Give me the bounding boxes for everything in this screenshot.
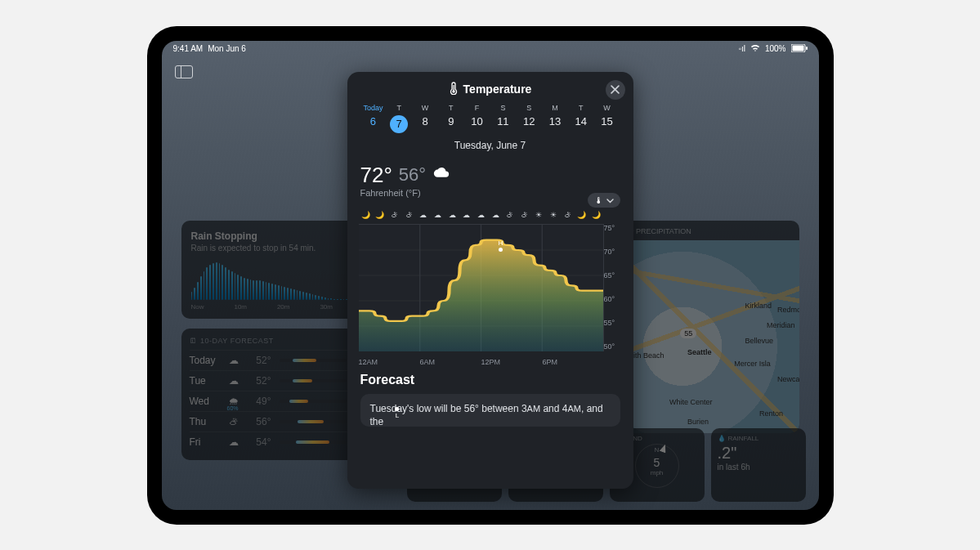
day-of-week: Today — [360, 104, 387, 112]
forecast-low: 56° — [248, 416, 271, 427]
weather-icon: ☁︎ — [227, 355, 240, 366]
temperature-detail-modal: Temperature Today6T7W8T9F10S11S12M13T14W… — [347, 72, 633, 489]
forecast-low: 52° — [248, 375, 271, 387]
droplet-icon: 💧 — [718, 435, 726, 442]
map-city-label: White Center — [669, 398, 713, 406]
map-city-label: Newcas — [777, 375, 799, 383]
day-number: 10 — [464, 115, 490, 127]
chart-high-marker: H — [499, 239, 503, 253]
forecast-day: Today — [190, 355, 219, 366]
chart-low-marker: L — [395, 406, 399, 419]
day-tab[interactable]: M13 — [542, 104, 568, 133]
day-number: 15 — [594, 115, 620, 127]
day-number: 11 — [490, 115, 516, 127]
ipad-device-frame: 9:41 AM Mon Jun 6 ◦ıl 100% Rain Stopping… — [147, 26, 834, 525]
map-city-label: Bellevue — [745, 337, 774, 345]
forecast-low: 52° — [248, 355, 271, 366]
map-city-label: Burien — [687, 418, 709, 426]
thermometer-icon — [449, 82, 459, 97]
day-of-week: W — [412, 104, 438, 112]
map-temp-badge: 55 — [680, 329, 696, 338]
day-of-week: T — [568, 104, 594, 112]
modal-title: Temperature — [463, 83, 532, 96]
day-of-week: T — [438, 104, 464, 112]
temp-range-bar — [280, 440, 347, 444]
map-city-label: Renton — [759, 409, 783, 418]
hourly-temp-chart[interactable]: 🌙🌙⛅︎⛅︎☁︎☁︎☁︎☁︎☁︎☁︎⛅︎⛅︎☀︎☀︎⛅︎🌙🌙 75°70°65°… — [359, 211, 622, 366]
day-number: 12 — [516, 115, 542, 127]
day-tab[interactable]: Today6 — [360, 104, 387, 133]
day-of-week: T — [386, 104, 412, 112]
chevron-down-icon — [606, 195, 614, 205]
map-header: ☂ PRECIPITATION — [620, 221, 799, 242]
chart-x-axis: 12AM6AM12PM6PM — [359, 358, 604, 366]
day-tab[interactable]: W8 — [412, 104, 438, 133]
day-tab[interactable]: S11 — [490, 104, 516, 133]
day-of-week: S — [516, 104, 542, 112]
rainfall-sub: in last 6h — [718, 463, 799, 472]
day-tab[interactable]: T9 — [438, 104, 464, 133]
cloud-icon — [432, 166, 450, 184]
rainfall-panel[interactable]: 💧RAINFALL .2" in last 6h — [711, 428, 806, 502]
temp-range-bar — [280, 400, 347, 403]
day-number: 7 — [390, 115, 408, 133]
day-number: 6 — [360, 115, 387, 127]
rainfall-value: .2" — [718, 444, 799, 463]
forecast-heading: Forecast — [360, 373, 620, 387]
map-city-label: ith Beach — [633, 351, 665, 360]
day-tab[interactable]: T14 — [568, 104, 594, 133]
weather-icon: ☁︎ — [227, 436, 240, 448]
selected-date: Tuesday, June 7 — [347, 140, 633, 151]
svg-marker-3 — [659, 443, 668, 453]
day-tab[interactable]: F10 — [464, 104, 490, 133]
map-city-label: Kirkland — [745, 302, 772, 310]
day-number: 9 — [438, 115, 464, 127]
forecast-day: Fri — [190, 436, 219, 448]
forecast-day: Thu — [190, 416, 219, 427]
map-header-text: PRECIPITATION — [636, 227, 691, 235]
map-image[interactable]: SeattleBellevueKirklandRedmoMercer IslaR… — [620, 240, 799, 433]
hourly-condition-icons: 🌙🌙⛅︎⛅︎☁︎☁︎☁︎☁︎☁︎☁︎⛅︎⛅︎☀︎☀︎⛅︎🌙🌙 — [359, 211, 604, 219]
map-city-label: Mercer Isla — [734, 360, 771, 368]
weather-icon: ☁︎ — [227, 375, 240, 387]
forecast-low: 54° — [248, 436, 271, 448]
forecast-day: Tue — [190, 375, 219, 387]
compass: N 5 mph — [635, 444, 679, 488]
precipitation-map-panel[interactable]: ☂ PRECIPITATION SeattleBellevueKirklandR… — [620, 221, 799, 433]
chart-y-axis: 75°70°65°60°55°50° — [604, 224, 622, 351]
thermometer-small-icon: 🌡 — [594, 195, 603, 205]
high-temp: 72° — [360, 163, 392, 188]
map-city-label: Redmo — [777, 306, 799, 314]
forecast-low: 49° — [248, 396, 271, 407]
day-number: 8 — [412, 115, 438, 127]
day-of-week: M — [542, 104, 568, 112]
day-of-week: S — [490, 104, 516, 112]
map-city-label: Seattle — [687, 348, 712, 356]
map-city-label: Meridian — [767, 321, 795, 329]
close-button[interactable] — [606, 80, 625, 100]
weather-icon: ⛅︎ — [227, 416, 240, 427]
screen: 9:41 AM Mon Jun 6 ◦ıl 100% Rain Stopping… — [162, 41, 819, 510]
calendar-icon: 🗓 — [190, 337, 198, 345]
temp-range-bar — [280, 359, 347, 362]
forecast-day: Wed — [190, 396, 219, 407]
modal-header: Temperature — [347, 72, 633, 104]
day-of-week: W — [594, 104, 620, 112]
weather-icon: 🌧60% — [227, 396, 240, 407]
unit-selector[interactable]: 🌡 — [588, 193, 620, 208]
day-tab[interactable]: S12 — [516, 104, 542, 133]
day-selector: Today6T7W8T9F10S11S12M13T14W15 — [347, 104, 633, 133]
temp-range-bar — [280, 379, 347, 382]
day-tab[interactable]: T7 — [386, 104, 412, 133]
day-tab[interactable]: W15 — [594, 104, 620, 133]
day-number: 13 — [542, 115, 568, 127]
day-number: 14 — [568, 115, 594, 127]
low-temp: 56° — [399, 164, 426, 186]
svg-rect-5 — [453, 85, 454, 91]
temp-range-bar — [280, 420, 347, 423]
chart-plot — [359, 224, 604, 351]
day-of-week: F — [464, 104, 490, 112]
